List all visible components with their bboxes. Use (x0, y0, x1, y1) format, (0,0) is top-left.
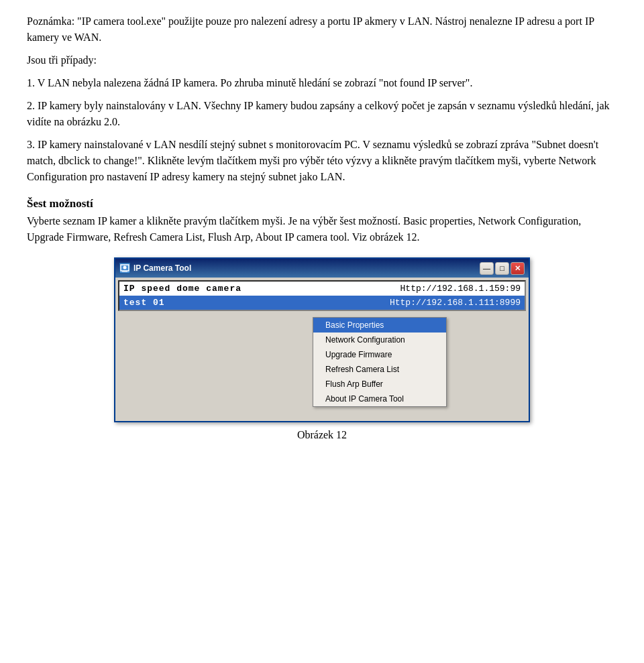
figure-12: IP Camera Tool — □ ✕ IP speed dome camer… (27, 257, 617, 441)
ip-camera-tool-window: IP Camera Tool — □ ✕ IP speed dome camer… (114, 257, 530, 422)
window-title: IP Camera Tool (133, 263, 191, 273)
paragraph-4-text: 2. IP kamery byly nainstalovány v LAN. V… (27, 100, 610, 127)
camera-list[interactable]: IP speed dome camera Http://192.168.1.15… (118, 280, 526, 311)
paragraph-4: 2. IP kamery byly nainstalovány v LAN. V… (27, 98, 617, 130)
camera-name-2: test 01 (123, 298, 165, 308)
context-menu: Basic Properties Network Configuration U… (313, 317, 447, 407)
window-icon (119, 263, 130, 274)
paragraph-3-text: 1. V LAN nebyla nalezena žádná IP kamera… (27, 77, 472, 88)
context-menu-item-upgrade-firmware[interactable]: Upgrade Firmware (313, 347, 446, 362)
paragraph-2-text: Jsou tři případy: (27, 54, 97, 66)
section-body-text: Vyberte seznam IP kamer a klikněte pravý… (27, 215, 581, 243)
window-titlebar: IP Camera Tool — □ ✕ (115, 259, 529, 278)
window-body: IP speed dome camera Http://192.168.1.15… (115, 278, 529, 421)
minimize-button[interactable]: — (480, 262, 494, 275)
camera-name-1: IP speed dome camera (123, 284, 241, 294)
context-menu-item-refresh-camera[interactable]: Refresh Camera List (313, 362, 446, 377)
svg-point-1 (123, 266, 127, 269)
context-menu-item-basic-properties[interactable]: Basic Properties (313, 318, 446, 333)
paragraph-1-text: Poznámka: "IP camera tool.exe" použijte … (27, 15, 594, 43)
titlebar-buttons: — □ ✕ (480, 262, 525, 275)
camera-row-2[interactable]: test 01 Http://192.168.1.111:8999 (119, 296, 525, 310)
paragraph-5: 3. IP kamery nainstalované v LAN nesdílí… (27, 137, 617, 185)
camera-url-2: Http://192.168.1.111:8999 (390, 298, 521, 308)
maximize-button[interactable]: □ (495, 262, 509, 275)
camera-row-1[interactable]: IP speed dome camera Http://192.168.1.15… (119, 282, 525, 296)
section-heading: Šest možností (27, 197, 617, 210)
svg-rect-2 (122, 271, 127, 272)
paragraph-2: Jsou tři případy: (27, 52, 617, 68)
camera-url-1: Http://192.168.1.159:99 (400, 284, 521, 294)
paragraph-1: Poznámka: "IP camera tool.exe" použijte … (27, 13, 617, 46)
titlebar-left: IP Camera Tool (119, 263, 191, 274)
context-menu-item-about[interactable]: About IP Camera Tool (313, 391, 446, 406)
close-button[interactable]: ✕ (511, 262, 525, 275)
context-menu-item-flush-arp[interactable]: Flush Arp Buffer (313, 377, 446, 391)
section-body: Vyberte seznam IP kamer a klikněte pravý… (27, 213, 617, 245)
figure-caption: Obrázek 12 (297, 429, 347, 441)
context-menu-item-network-config[interactable]: Network Configuration (313, 333, 446, 347)
window-content: IP speed dome camera Http://192.168.1.15… (118, 280, 526, 418)
paragraph-5-text: 3. IP kamery nainstalované v LAN nesdílí… (27, 139, 598, 182)
paragraph-3: 1. V LAN nebyla nalezena žádná IP kamera… (27, 75, 617, 91)
